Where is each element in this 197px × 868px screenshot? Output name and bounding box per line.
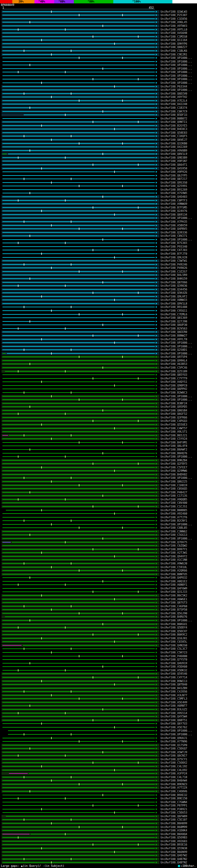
hit-row[interactable]: UniRef100_A2QR66 bbox=[0, 569, 197, 572]
hit-label[interactable]: UniRef100_B8NTU5 bbox=[161, 573, 188, 576]
hit-row[interactable]: UniRef100_A9LST1 bbox=[0, 430, 197, 434]
hit-row[interactable]: UniRef100_C3XQF5 bbox=[0, 134, 197, 138]
hit-row[interactable]: UniRef100_C4L192 bbox=[0, 765, 197, 768]
hit-label[interactable]: UniRef100_A9NWU9 bbox=[161, 203, 188, 206]
hit-row[interactable]: UniRef100_B8NTU5 bbox=[0, 572, 197, 576]
hit-row[interactable]: UniRef100_Q6JYP5 bbox=[0, 174, 197, 177]
hit-label[interactable]: UniRef100_B2CNY1 bbox=[161, 520, 188, 522]
hit-row[interactable]: UniRef100_A9TLL0 bbox=[0, 28, 197, 31]
hit-row[interactable]: UniRef100_A8Q1E2 bbox=[0, 580, 197, 583]
hit-label[interactable]: UniRef100_A1C1N8 bbox=[161, 559, 188, 561]
hit-label[interactable]: UniRef100_A3LN77 bbox=[161, 694, 188, 696]
hit-label[interactable]: UniRef100_A5E762 bbox=[161, 726, 188, 728]
hit-row[interactable]: UniRef100_B4DV02 bbox=[0, 473, 197, 476]
hit-row[interactable]: UniRef100_Q75CY1 bbox=[0, 757, 197, 761]
hit-row[interactable]: UniRef100_B7FJT0 bbox=[0, 252, 197, 255]
hit-label[interactable]: UniRef100_Q6JYP5 bbox=[161, 174, 188, 177]
hit-label[interactable]: UniRef100_B4KG59 bbox=[161, 277, 188, 280]
hit-label[interactable]: UniRef100_Q6GF52 bbox=[161, 412, 188, 415]
hit-row[interactable]: UniRef100_Q05YU3 bbox=[0, 373, 197, 377]
hit-row[interactable]: UniRef100_C9E2R1 bbox=[0, 53, 197, 56]
hit-row[interactable]: UniRef100_UP1000... bbox=[0, 523, 197, 526]
hit-label[interactable]: UniRef100_UP1000... bbox=[161, 352, 192, 355]
hit-label[interactable]: UniRef100_C7GWN4 bbox=[161, 801, 188, 803]
hit-row[interactable]: UniRef100_Q6VEJ7 bbox=[0, 138, 197, 142]
hit-row[interactable]: UniRef100_C5MFL3 bbox=[0, 697, 197, 701]
hit-row[interactable]: UniRef100_Q2FBY5 bbox=[0, 462, 197, 466]
hit-row[interactable]: UniRef100_B6KGU1 bbox=[0, 622, 197, 626]
hit-row[interactable]: UniRef100_Q4Y5W4 bbox=[0, 715, 197, 718]
hit-label[interactable]: UniRef100_Q39336 bbox=[161, 231, 188, 234]
hit-label[interactable]: UniRef100_C4L192 bbox=[161, 765, 188, 768]
hit-row[interactable]: UniRef100_B2CNY1 bbox=[0, 519, 197, 523]
hit-label[interactable]: UniRef100_A6WGE1 bbox=[161, 598, 188, 600]
hit-label[interactable]: UniRef100_Q87O66 bbox=[161, 281, 188, 284]
hit-label[interactable]: UniRef100_A4S6H8 bbox=[161, 32, 188, 34]
hit-label[interactable]: UniRef100_C8V271 bbox=[161, 235, 188, 238]
hit-label[interactable]: UniRef100_C3XQF5 bbox=[161, 135, 188, 137]
hit-row[interactable]: UniRef100_A6RNT7 bbox=[0, 704, 197, 708]
hit-label[interactable]: UniRef100_C1B374 bbox=[161, 106, 188, 109]
hit-row[interactable]: UniRef100_Q9V1L8 bbox=[0, 302, 197, 305]
hit-label[interactable]: UniRef100_Q8V1L9 bbox=[161, 153, 188, 155]
hit-label[interactable]: UniRef100_B3LGZ2 bbox=[161, 708, 188, 711]
hit-label[interactable]: UniRef100_C0PTF3 bbox=[161, 199, 188, 202]
hit-label[interactable]: UniRef100_C6K7C9 bbox=[161, 110, 188, 113]
hit-row[interactable]: UniRef100_C7EML6 bbox=[0, 313, 197, 316]
hit-label[interactable]: UniRef100_B9E150 bbox=[161, 797, 188, 800]
hit-label[interactable]: UniRef100_B7FJT0 bbox=[161, 252, 188, 255]
hit-row[interactable]: UniRef100_Q5K4Z6 bbox=[0, 291, 197, 295]
hit-row[interactable]: UniRef100_Q3FR66 bbox=[0, 416, 197, 420]
hit-row[interactable]: UniRef100_C7GWN4 bbox=[0, 800, 197, 804]
hit-row[interactable]: UniRef100_Q5O9B3 bbox=[0, 836, 197, 840]
hit-row[interactable]: UniRef100_A8NW15 bbox=[0, 298, 197, 302]
hit-row[interactable]: UniRef100_C0PTF3 bbox=[0, 198, 197, 202]
hit-label[interactable]: UniRef100_Q4PBV5 bbox=[161, 227, 188, 230]
hit-row[interactable]: UniRef100_A9YTH2 bbox=[0, 95, 197, 99]
hit-row[interactable]: UniRef100_Q9NTI1 bbox=[0, 120, 197, 124]
hit-label[interactable]: UniRef100_UP1000... bbox=[161, 477, 192, 479]
hit-row[interactable]: UniRef100_Q39336 bbox=[0, 230, 197, 234]
hit-row[interactable]: UniRef100_Q6EER0 bbox=[0, 331, 197, 334]
hit-label[interactable]: UniRef100_B9KZB4 bbox=[161, 459, 188, 462]
hit-row[interactable]: UniRef100_Q4B7N2 bbox=[0, 857, 197, 861]
hit-label[interactable]: UniRef100_B6C5K2 bbox=[161, 594, 188, 597]
hit-row[interactable]: UniRef100_Q6UP30 bbox=[0, 323, 197, 327]
hit-row[interactable]: UniRef100_UP1000... bbox=[0, 733, 197, 736]
hit-label[interactable]: UniRef100_A4QYS1 bbox=[161, 380, 188, 383]
hit-row[interactable]: UniRef100_Q17SP0 bbox=[0, 743, 197, 747]
hit-label[interactable]: UniRef100_C6585L bbox=[161, 641, 188, 643]
hit-label[interactable]: UniRef100_UP1000... bbox=[161, 238, 192, 241]
hit-label[interactable]: UniRef100_C7EML6 bbox=[161, 313, 188, 316]
hit-label[interactable]: UniRef100_B66N99 bbox=[161, 850, 188, 853]
hit-row[interactable]: UniRef100_UP1000... bbox=[0, 88, 197, 92]
hit-row[interactable]: UniRef100_A5E4H9 bbox=[0, 701, 197, 704]
hit-label[interactable]: UniRef100_UP1000... bbox=[161, 537, 192, 540]
hit-row[interactable]: UniRef100_Q9HYP6 bbox=[0, 42, 197, 45]
hit-row[interactable]: UniRef100_C6K7C9 bbox=[0, 110, 197, 113]
hit-label[interactable]: UniRef100_A5DA60 bbox=[161, 665, 188, 668]
hit-label[interactable]: UniRef100_Q9HYP6 bbox=[161, 42, 188, 45]
hit-label[interactable]: UniRef100_B2W0C3 bbox=[161, 391, 188, 394]
hit-label[interactable]: UniRef100_C4LO92 bbox=[161, 769, 188, 771]
hit-label[interactable]: UniRef100_Q6Y7U3 bbox=[161, 722, 188, 725]
hit-row[interactable]: UniRef100_Q8U225 bbox=[0, 480, 197, 484]
hit-label[interactable]: UniRef100_B75P58 bbox=[161, 609, 188, 611]
hit-row[interactable]: UniRef100_Q975P4 bbox=[0, 355, 197, 359]
hit-row[interactable]: UniRef100_B7FSM5 bbox=[0, 206, 197, 209]
hit-row[interactable]: UniRef100_Q59546 bbox=[0, 672, 197, 676]
hit-label[interactable]: UniRef100_P25387 bbox=[161, 14, 188, 17]
hit-label[interactable]: UniRef100_Q32KB0 bbox=[161, 142, 188, 145]
hit-label[interactable]: UniRef100_UP1000... bbox=[161, 398, 192, 401]
hit-label[interactable]: UniRef100_Q16J81 bbox=[161, 637, 188, 640]
hit-label[interactable]: UniRef100_B93E16 bbox=[161, 843, 188, 846]
hit-label[interactable]: UniRef100_Q6DIV0 bbox=[161, 92, 188, 95]
hit-row[interactable]: UniRef100_Q34456 bbox=[0, 287, 197, 291]
hit-row[interactable]: UniRef100_Q07217 bbox=[0, 177, 197, 181]
hit-label[interactable]: UniRef100_A6N0Y1 bbox=[161, 584, 188, 586]
hit-row[interactable]: UniRef100_A7T2T6 bbox=[0, 516, 197, 519]
hit-row[interactable]: UniRef100_C3Z2G7 bbox=[0, 270, 197, 273]
hit-row[interactable]: UniRef100_B6K9C2 bbox=[0, 633, 197, 637]
hit-row[interactable]: UniRef100_Q8TB40 bbox=[0, 683, 197, 686]
hit-label[interactable]: UniRef100_Q17SP0 bbox=[161, 744, 188, 746]
